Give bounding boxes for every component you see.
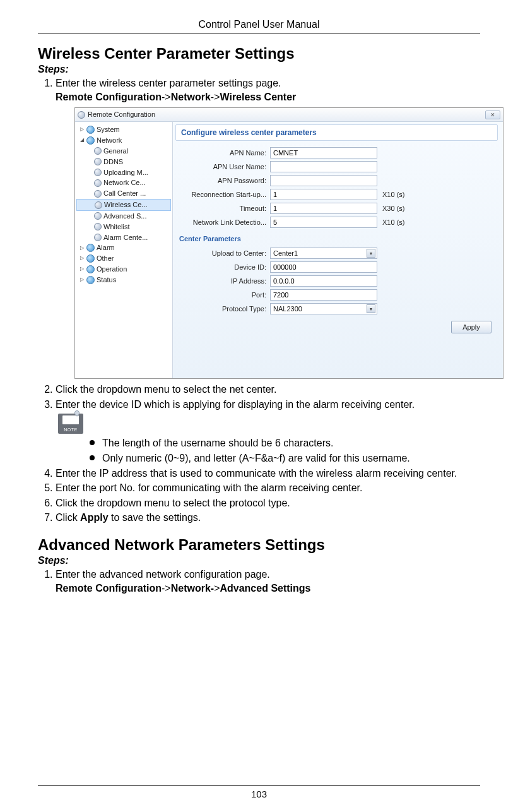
- reconn-input[interactable]: [270, 189, 377, 200]
- bc-part: Network-: [171, 583, 214, 594]
- port-input[interactable]: [270, 289, 377, 301]
- device-id-input[interactable]: [270, 261, 377, 273]
- gear-icon: [94, 179, 102, 187]
- step7-apply: Apply: [80, 512, 108, 523]
- tree-network-ce[interactable]: Network Ce...: [76, 177, 171, 188]
- protocol-value: NAL2300: [273, 304, 302, 314]
- chevron-down-icon: ◢: [79, 138, 85, 143]
- upload-label: Upload to Center:: [175, 249, 270, 258]
- apn-name-input[interactable]: [270, 147, 377, 158]
- tree-alarm-cente[interactable]: Alarm Cente...: [76, 232, 171, 243]
- chevron-right-icon: ▷: [79, 277, 85, 283]
- window-icon: [78, 111, 85, 119]
- note-bullets: The length of the username should be 6 c…: [56, 436, 480, 465]
- gear-icon: [94, 223, 102, 230]
- step-7: Click Apply to save the settings.: [56, 511, 480, 525]
- step-5: Enter the port No. for communicating wit…: [56, 481, 480, 495]
- gear-icon: [94, 190, 102, 198]
- netlink-suffix: X10 (s): [382, 218, 404, 227]
- nav-tree[interactable]: ▷System ◢Network General DDNS Uploading …: [75, 122, 173, 378]
- note-bullet: The length of the username should be 6 c…: [90, 436, 480, 450]
- tree-whitelist[interactable]: Whitelist: [76, 222, 171, 232]
- chevron-down-icon: ▼: [367, 304, 375, 313]
- ip-label: IP Address:: [175, 277, 270, 286]
- bc-sep: ->: [211, 92, 220, 102]
- s2-step1-text: Enter the advanced network configuration…: [56, 569, 270, 580]
- tree-label: Wireless Ce...: [104, 200, 147, 210]
- timeout-suffix: X30 (s): [382, 204, 404, 213]
- section2-step-1: Enter the advanced network configuration…: [56, 568, 480, 595]
- content-pane: Configure wireless center parameters APN…: [173, 122, 503, 378]
- step1-text: Enter the wireless center parameter sett…: [56, 78, 281, 88]
- tree-system[interactable]: ▷System: [76, 124, 171, 135]
- chevron-down-icon: ▼: [367, 249, 375, 258]
- tree-alarm[interactable]: ▷Alarm: [76, 242, 171, 253]
- apn-pass-input[interactable]: [270, 175, 377, 186]
- gear-icon: [94, 158, 102, 165]
- upload-select[interactable]: Center1▼: [270, 248, 377, 259]
- apn-user-label: APN User Name:: [175, 162, 270, 172]
- gear-icon: [95, 201, 102, 209]
- globe-icon: [86, 254, 95, 263]
- tree-label: Operation: [97, 265, 127, 274]
- apn-user-input[interactable]: [270, 161, 377, 172]
- note-bullet: Only numeric (0~9), and letter (A~F&a~f)…: [90, 451, 480, 465]
- step-4: Enter the IP address that is used to com…: [56, 467, 480, 481]
- remote-config-window: Remote Configuration ✕ ▷System ◢Network …: [74, 107, 503, 379]
- apply-button[interactable]: Apply: [451, 321, 492, 333]
- tree-operation[interactable]: ▷Operation: [76, 264, 171, 275]
- protocol-select[interactable]: NAL2300▼: [270, 303, 377, 314]
- close-button[interactable]: ✕: [485, 110, 500, 119]
- chevron-right-icon: ▷: [79, 245, 85, 251]
- port-label: Port:: [175, 290, 270, 300]
- step7-pre: Click: [56, 512, 80, 523]
- upload-value: Center1: [273, 249, 298, 258]
- page-header: Control Panel User Manual: [38, 19, 480, 33]
- chevron-right-icon: ▷: [79, 127, 85, 133]
- tree-label: Whitelist: [103, 222, 130, 232]
- netlink-input[interactable]: [270, 217, 377, 228]
- gear-icon: [94, 169, 102, 176]
- tree-advanced-s[interactable]: Advanced S...: [76, 211, 171, 222]
- timeout-input[interactable]: [270, 203, 377, 214]
- reconn-label: Reconnection Start-up...: [175, 190, 270, 200]
- tree-wireless-ce[interactable]: Wireless Ce...: [76, 199, 171, 211]
- globe-icon: [86, 244, 95, 252]
- tree-label: Network: [97, 136, 122, 145]
- gear-icon: [94, 234, 102, 241]
- content-banner: Configure wireless center parameters: [175, 124, 498, 141]
- steps-list-1: Enter the wireless center parameter sett…: [38, 76, 480, 525]
- tree-label: Other: [97, 254, 114, 263]
- gear-icon: [94, 147, 102, 155]
- step-2: Click the dropdown menu to select the ne…: [56, 383, 480, 397]
- step3-text: Enter the device ID which is applying fo…: [56, 399, 415, 410]
- tree-label: Alarm: [97, 243, 115, 253]
- tree-label: Call Center ...: [103, 189, 146, 198]
- ip-input[interactable]: [270, 275, 377, 287]
- tree-ddns[interactable]: DDNS: [76, 157, 171, 167]
- tree-status[interactable]: ▷Status: [76, 275, 171, 285]
- steps-list-2: Enter the advanced network configuration…: [38, 568, 480, 595]
- breadcrumb-1: Remote Configuration->Network->Wireless …: [56, 92, 296, 102]
- tree-label: Status: [97, 275, 116, 285]
- tree-label: Advanced S...: [103, 212, 147, 221]
- bc-part: Remote Configuration: [56, 92, 162, 102]
- page-footer: 103: [38, 785, 480, 799]
- close-icon: ✕: [490, 111, 495, 119]
- breadcrumb-2: Remote Configuration->Network->Advanced …: [56, 583, 311, 594]
- step-6: Click the dropdown menu to select the pr…: [56, 496, 480, 510]
- bc-part: Wireless Center: [220, 92, 296, 102]
- section2-title: Advanced Network Parameters Settings: [38, 536, 480, 554]
- globe-icon: [86, 276, 95, 284]
- tree-other[interactable]: ▷Other: [76, 253, 171, 264]
- device-id-label: Device ID:: [175, 263, 270, 272]
- tree-call-center[interactable]: Call Center ...: [76, 188, 171, 199]
- bc-part: Remote Configuration: [56, 583, 162, 594]
- tree-uploading[interactable]: Uploading M...: [76, 167, 171, 178]
- tree-network[interactable]: ◢Network: [76, 135, 171, 146]
- bc-sep: ->: [162, 92, 171, 102]
- globe-icon: [86, 265, 95, 273]
- tree-general[interactable]: General: [76, 146, 171, 157]
- tree-label: System: [97, 125, 120, 134]
- step-3: Enter the device ID which is applying fo…: [56, 398, 480, 465]
